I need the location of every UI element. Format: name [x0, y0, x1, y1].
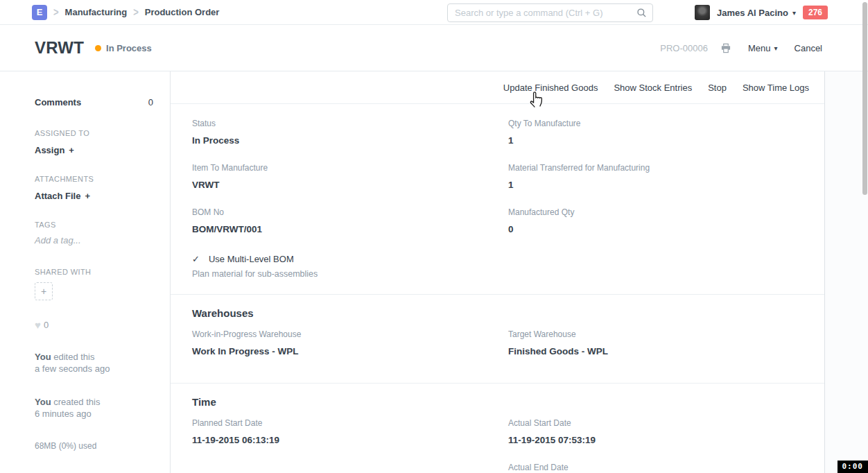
field-planned-start-date: Planned Start Date 11-19-2015 06:13:19	[192, 418, 508, 473]
field-label: Status	[192, 118, 508, 130]
add-share-button[interactable]: +	[35, 282, 53, 300]
field-value: Finished Goods - WPL	[508, 345, 814, 358]
search-icon	[636, 8, 647, 21]
created-note: You created this 6 minutes ago	[35, 396, 153, 420]
multi-level-bom-checkbox[interactable]: ✓ Use Multi-Level BOM	[192, 254, 508, 264]
notifications-badge[interactable]: 276	[803, 6, 828, 19]
show-stock-entries-button[interactable]: Show Stock Entries	[614, 83, 692, 93]
created-action: created this	[53, 397, 100, 407]
section-time: Time Planned Start Date 11-19-2015 06:13…	[171, 383, 824, 473]
checkbox-label: Use Multi-Level BOM	[209, 254, 294, 264]
sidebar-item-comments[interactable]: Comments 0	[35, 97, 153, 108]
field-value: 1	[508, 178, 814, 191]
print-icon[interactable]	[720, 43, 731, 53]
menu-button[interactable]: Menu ▾	[748, 43, 778, 53]
field-label: Actual Start Date	[508, 418, 814, 429]
field-value: 11-19-2015 07:53:19	[508, 433, 814, 447]
field-value: 0	[508, 223, 814, 236]
form-area: Update Finished Goods Show Stock Entries…	[171, 71, 825, 473]
plus-icon: +	[69, 145, 74, 155]
app-logo[interactable]: E	[32, 5, 47, 20]
edited-who: You	[35, 352, 51, 362]
time-right-column: Actual Start Date 11-19-2015 07:53:19 Ac…	[508, 418, 814, 473]
created-who: You	[35, 397, 51, 407]
update-finished-goods-button[interactable]: Update Finished Goods	[503, 83, 598, 93]
field-value: BOM/VRWT/001	[192, 223, 508, 236]
form-sidebar: Comments 0 ASSIGNED TO Assign+ ATTACHMEN…	[0, 71, 171, 473]
plus-icon: +	[41, 286, 46, 297]
breadcrumb-chevron-icon: >	[53, 6, 59, 19]
production-order-screen: E > Manufacturing > Production Order Jam…	[0, 0, 868, 473]
field-wip-warehouse: Work-in-Progress Warehouse Work In Progr…	[192, 329, 508, 358]
like-count: 0	[44, 320, 49, 330]
checkmark-icon: ✓	[192, 254, 200, 264]
status-dot-icon	[95, 45, 101, 51]
caret-down-icon: ▾	[774, 44, 778, 52]
tags-heading: TAGS	[35, 221, 153, 229]
content: Comments 0 ASSIGNED TO Assign+ ATTACHMEN…	[0, 71, 868, 473]
section-warehouses: Warehouses Work-in-Progress Warehouse Wo…	[171, 294, 824, 383]
form-actions: Update Finished Goods Show Stock Entries…	[171, 71, 824, 104]
top-navbar: E > Manufacturing > Production Order Jam…	[0, 0, 868, 25]
status-text: In Process	[106, 43, 152, 53]
edited-note: You edited this a few seconds ago	[35, 351, 153, 375]
attach-file-label: Attach File	[35, 191, 80, 201]
attach-file-button[interactable]: Attach File+	[35, 191, 90, 201]
shared-with-heading: SHARED WITH	[35, 268, 153, 276]
user-menu[interactable]: James Al Pacino ▾	[717, 8, 796, 18]
field-use-multi-level-bom: ✓ Use Multi-Level BOM Plan material for …	[192, 254, 508, 294]
assign-button[interactable]: Assign+	[35, 145, 74, 155]
cancel-button[interactable]: Cancel	[795, 43, 822, 53]
breadcrumb: E > Manufacturing > Production Order	[32, 5, 219, 20]
caret-down-icon: ▾	[792, 9, 796, 17]
field-value: In Process	[192, 134, 508, 147]
page-head: VRWT In Process PRO-00006 Menu ▾ Cancel	[0, 25, 868, 71]
right-gutter	[825, 71, 868, 473]
field-label: Material Transferred for Manufacturing	[508, 162, 814, 174]
user-name: James Al Pacino	[717, 8, 788, 18]
breadcrumb-production-order[interactable]: Production Order	[145, 7, 220, 17]
status-badge: In Process	[95, 43, 152, 53]
field-label: Actual End Date	[508, 462, 814, 473]
field-value: 1	[508, 134, 814, 147]
add-tag-input[interactable]: Add a tag...	[35, 235, 153, 246]
show-time-logs-button[interactable]: Show Time Logs	[743, 83, 809, 93]
edited-action: edited this	[53, 352, 94, 362]
field-value: VRWT	[192, 178, 508, 191]
edited-when: a few seconds ago	[35, 363, 110, 374]
heart-icon: ♥	[35, 319, 41, 331]
field-actual-start-date: Actual Start Date 11-19-2015 07:53:19	[508, 418, 814, 447]
plus-icon: +	[85, 191, 90, 201]
comments-label: Comments	[35, 97, 81, 108]
storage-used: 68MB (0%) used	[35, 441, 153, 451]
field-manufactured-qty: Manufactured Qty 0	[508, 207, 814, 236]
checkbox-description: Plan material for sub-assemblies	[192, 269, 508, 279]
field-bom-no: BOM No BOM/VRWT/001	[192, 207, 508, 236]
avatar[interactable]	[695, 5, 710, 20]
field-target-warehouse: Target Warehouse Finished Goods - WPL	[508, 329, 814, 358]
created-when: 6 minutes ago	[35, 409, 92, 419]
field-label: Qty To Manufacture	[508, 118, 814, 130]
field-label: Target Warehouse	[508, 329, 814, 341]
field-label: Item To Manufacture	[192, 162, 508, 174]
vertical-scrollbar[interactable]	[862, 2, 867, 195]
field-label: BOM No	[192, 207, 508, 218]
field-value: Work In Progress - WPL	[192, 345, 508, 358]
field-actual-end-date: Actual End Date	[508, 462, 814, 473]
time-heading: Time	[192, 396, 814, 408]
field-status: Status In Process	[192, 118, 508, 147]
global-search	[447, 3, 653, 22]
section-main: Status In Process Qty To Manufacture 1 I…	[171, 104, 824, 294]
field-label: Work-in-Progress Warehouse	[192, 329, 508, 341]
field-item-to-manufacture: Item To Manufacture VRWT	[192, 162, 508, 191]
document-name: PRO-00006	[660, 43, 708, 53]
field-material-transferred: Material Transferred for Manufacturing 1	[508, 162, 814, 191]
like-button[interactable]: ♥ 0	[35, 319, 153, 331]
warehouses-heading: Warehouses	[192, 307, 814, 319]
page-title: VRWT	[35, 38, 84, 58]
field-qty-to-manufacture: Qty To Manufacture 1	[508, 118, 814, 147]
search-input[interactable]	[447, 3, 653, 22]
breadcrumb-manufacturing[interactable]: Manufacturing	[65, 7, 128, 17]
stop-button[interactable]: Stop	[708, 83, 727, 93]
recording-timer: 0:00	[837, 461, 868, 473]
